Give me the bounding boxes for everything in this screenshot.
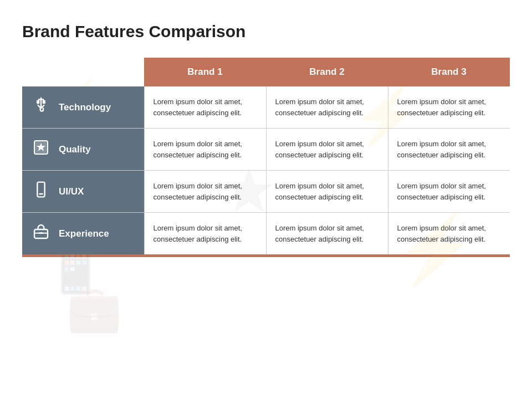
briefcase-icon	[31, 223, 51, 244]
quality-brand3: Lorem ipsum dolor sit amet, consectetuer…	[388, 129, 510, 171]
technology-label: Technology	[59, 102, 111, 113]
row-header-content: Experience	[31, 223, 135, 244]
header-col3: Brand 3	[388, 58, 510, 86]
uiux-brand3: Lorem ipsum dolor sit amet, consectetuer…	[388, 171, 510, 213]
comparison-table: Brand 1 Brand 2 Brand 3 Technology	[22, 58, 510, 254]
table-row: UI/UX Lorem ipsum dolor sit amet, consec…	[22, 171, 510, 213]
experience-brand2: Lorem ipsum dolor sit amet, consectetuer…	[266, 213, 388, 255]
header-row: Brand 1 Brand 2 Brand 3	[22, 58, 510, 86]
page-title: Brand Features Comparison	[22, 22, 510, 41]
accent-bottom-line	[22, 254, 510, 257]
row-header-content: Quality	[31, 139, 135, 160]
row-header-experience: Experience	[22, 213, 144, 255]
usb-icon	[31, 96, 51, 118]
technology-brand3: Lorem ipsum dolor sit amet, consectetuer…	[388, 86, 510, 129]
star-icon	[31, 139, 51, 160]
table-row: Experience Lorem ipsum dolor sit amet, c…	[22, 213, 510, 255]
quality-label: Quality	[59, 144, 91, 155]
row-header-technology: Technology	[22, 86, 144, 129]
technology-brand1: Lorem ipsum dolor sit amet, consectetuer…	[144, 86, 266, 129]
header-col0	[22, 58, 144, 86]
experience-brand1: Lorem ipsum dolor sit amet, consectetuer…	[144, 213, 266, 255]
page: ⚡ ★ ★ ⚡ ⚡ 📱 💼 Brand Features Comparison …	[0, 0, 532, 399]
experience-brand3: Lorem ipsum dolor sit amet, consectetuer…	[388, 213, 510, 255]
quality-brand1: Lorem ipsum dolor sit amet, consectetuer…	[144, 129, 266, 171]
technology-brand2: Lorem ipsum dolor sit amet, consectetuer…	[266, 86, 388, 129]
uiux-brand1: Lorem ipsum dolor sit amet, consectetuer…	[144, 171, 266, 213]
table-row: Technology Lorem ipsum dolor sit amet, c…	[22, 86, 510, 129]
quality-brand2: Lorem ipsum dolor sit amet, consectetuer…	[266, 129, 388, 171]
experience-label: Experience	[59, 228, 109, 239]
table-body: Technology Lorem ipsum dolor sit amet, c…	[22, 86, 510, 254]
row-header-content: UI/UX	[31, 181, 135, 202]
watermark-4: 💼	[66, 283, 122, 335]
svg-rect-2	[37, 182, 44, 197]
row-header-content: Technology	[31, 96, 135, 118]
header-col2: Brand 2	[266, 58, 388, 86]
phone-icon	[31, 181, 51, 202]
uiux-brand2: Lorem ipsum dolor sit amet, consectetuer…	[266, 171, 388, 213]
uiux-label: UI/UX	[59, 186, 84, 197]
row-header-quality: Quality	[22, 129, 144, 171]
row-header-uiux: UI/UX	[22, 171, 144, 213]
header-col1: Brand 1	[144, 58, 266, 86]
table-row: Quality Lorem ipsum dolor sit amet, cons…	[22, 129, 510, 171]
